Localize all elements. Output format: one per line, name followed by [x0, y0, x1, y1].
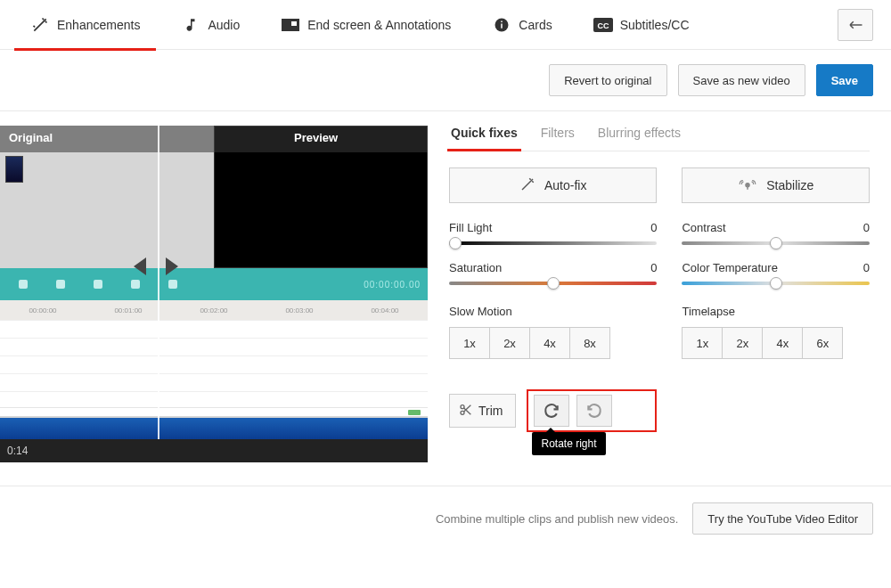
revert-button[interactable]: Revert to original: [549, 64, 666, 96]
svg-point-8: [461, 411, 464, 414]
stabilize-label: Stabilize: [766, 178, 813, 192]
slider-label: Contrast: [682, 221, 725, 234]
music-note-icon: [181, 15, 200, 35]
tab-endscreen[interactable]: End screen & Annotations: [268, 0, 463, 50]
stabilize-icon: [738, 176, 757, 195]
editor-toolbar: 00:00:00.00: [0, 268, 428, 300]
preview-pane: Original Preview 00:00:00.00 00:00:0000:…: [0, 126, 428, 462]
clip-thumbnail: [5, 156, 23, 183]
preview-body[interactable]: 00:00:00.00 00:00:0000:01:0000:02:0000:0…: [0, 126, 428, 439]
timelapse-label: Timelapse: [682, 305, 870, 318]
slow-1x[interactable]: 1x: [449, 327, 490, 359]
time-6x[interactable]: 6x: [802, 327, 843, 359]
rotate-left-button[interactable]: [576, 395, 612, 427]
slow-4x[interactable]: 4x: [529, 327, 570, 359]
saturation-slider[interactable]: Saturation 0: [449, 261, 657, 285]
wand-icon: [519, 176, 535, 195]
slider-value: 0: [863, 221, 870, 234]
fill-light-slider[interactable]: Fill Light 0: [449, 221, 657, 245]
slider-label: Saturation: [449, 261, 502, 274]
tab-label: Subtitles/CC: [620, 18, 690, 32]
tab-label: Enhancements: [57, 18, 140, 32]
autofix-button[interactable]: Auto-fix: [449, 167, 657, 203]
save-button[interactable]: Save: [816, 64, 873, 96]
svg-text:CC: CC: [597, 21, 609, 30]
subtab-filters[interactable]: Filters: [539, 126, 576, 151]
playhead-time: 0:14: [7, 445, 28, 457]
trim-label: Trim: [478, 404, 503, 418]
endscreen-icon: [281, 15, 300, 35]
settings-panel: Quick fixes Filters Blurring effects Aut…: [449, 126, 877, 462]
contrast-slider[interactable]: Contrast 0: [682, 221, 870, 245]
compare-slider[interactable]: [157, 126, 160, 439]
compare-arrow-right-icon[interactable]: [166, 257, 178, 275]
autofix-label: Auto-fix: [544, 178, 586, 192]
info-icon: [492, 15, 511, 35]
slow-motion-label: Slow Motion: [449, 305, 657, 318]
footer-bar: Combine multiple clips and publish new v…: [0, 486, 891, 535]
wand-icon: [30, 15, 50, 35]
player-controls[interactable]: 0:14: [0, 439, 428, 462]
tab-label: Cards: [519, 18, 552, 32]
scissors-icon: [459, 403, 473, 420]
slider-label: Fill Light: [449, 221, 492, 234]
time-1x[interactable]: 1x: [682, 327, 723, 359]
subtab-quick-fixes[interactable]: Quick fixes: [449, 126, 519, 151]
try-editor-button[interactable]: Try the YouTube Video Editor: [692, 502, 873, 535]
tab-label: End screen & Annotations: [307, 18, 451, 32]
time-4x[interactable]: 4x: [762, 327, 803, 359]
subtab-blurring[interactable]: Blurring effects: [596, 126, 683, 151]
rotate-right-tooltip: Rotate right: [532, 432, 605, 455]
slow-motion-options: 1x 2x 4x 8x: [449, 327, 657, 359]
timeline-ruler: 00:00:0000:01:0000:02:0000:03:0000:04:00: [0, 300, 428, 320]
tab-audio[interactable]: Audio: [168, 0, 252, 50]
color-temp-slider[interactable]: Color Temperature 0: [682, 261, 870, 285]
trim-button[interactable]: Trim: [449, 394, 516, 428]
svg-rect-1: [291, 21, 297, 26]
slider-label: Color Temperature: [682, 261, 777, 274]
os-taskbar: [0, 418, 428, 439]
timeline-time: 00:00:00.00: [364, 280, 421, 290]
slider-value: 0: [650, 221, 657, 234]
slow-8x[interactable]: 8x: [569, 327, 610, 359]
cc-icon: CC: [593, 15, 613, 35]
timelapse-options: 1x 2x 4x 6x: [682, 327, 870, 359]
slider-value: 0: [863, 261, 870, 274]
slow-2x[interactable]: 2x: [489, 327, 530, 359]
compare-arrow-left-icon[interactable]: [134, 257, 146, 275]
timeline-tracks: [0, 320, 428, 409]
stabilize-button[interactable]: Stabilize: [682, 167, 870, 203]
rotate-highlight-box: Rotate right: [527, 389, 657, 432]
footer-text: Combine multiple clips and publish new v…: [436, 512, 678, 526]
back-button[interactable]: [838, 9, 873, 41]
original-label: Original: [0, 126, 214, 152]
slider-value: 0: [650, 261, 657, 274]
preview-label: Preview: [214, 126, 428, 152]
tab-subtitles[interactable]: CC Subtitles/CC: [581, 0, 702, 50]
action-bar: Revert to original Save as new video Sav…: [0, 50, 891, 111]
svg-rect-3: [502, 23, 503, 28]
save-as-new-button[interactable]: Save as new video: [678, 64, 805, 96]
svg-rect-4: [502, 20, 503, 22]
svg-point-7: [461, 404, 464, 408]
time-2x[interactable]: 2x: [722, 327, 763, 359]
rotate-right-button[interactable]: [534, 395, 569, 427]
tab-enhancements[interactable]: Enhancements: [18, 0, 152, 50]
tab-cards[interactable]: Cards: [479, 0, 564, 50]
top-tabs: Enhancements Audio End screen & Annotati…: [0, 0, 891, 50]
svg-point-9: [746, 183, 749, 186]
tab-label: Audio: [208, 18, 240, 32]
